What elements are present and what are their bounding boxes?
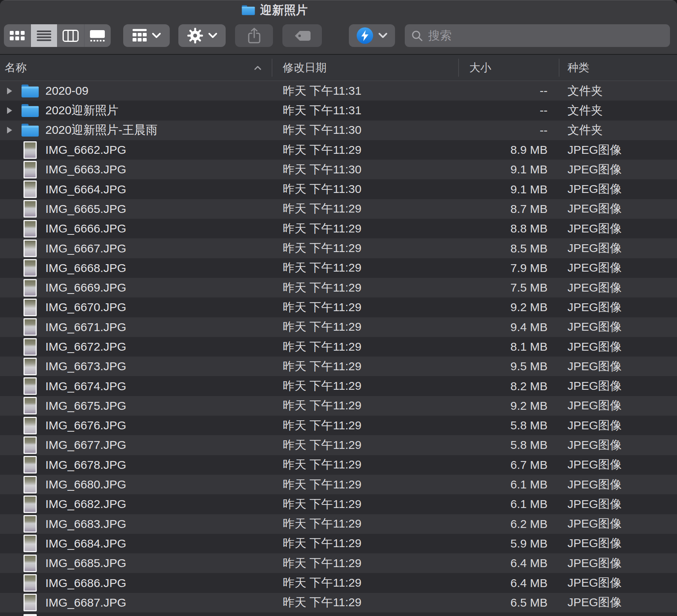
column-header-size[interactable]: 大小 xyxy=(458,55,559,81)
table-row[interactable]: IMG_6676.JPG 昨天 下午11:29 5.8 MB JPEG图像 xyxy=(0,416,677,435)
disclosure-triangle-icon[interactable] xyxy=(0,402,19,409)
table-row[interactable]: 2020-09 昨天 下午11:31 -- 文件夹 xyxy=(0,81,677,101)
disclosure-triangle-icon[interactable] xyxy=(0,146,19,154)
file-icon-slot xyxy=(19,240,41,257)
disclosure-triangle-icon[interactable] xyxy=(0,87,19,95)
gallery-view-button[interactable] xyxy=(84,24,111,47)
table-row[interactable]: IMG_6665.JPG 昨天 下午11:29 8.7 MB JPEG图像 xyxy=(0,199,677,219)
disclosure-triangle-icon[interactable] xyxy=(0,323,19,331)
name-cell: IMG_6686.JPG xyxy=(0,573,272,593)
disclosure-triangle-icon[interactable] xyxy=(0,264,19,272)
icon-view-button[interactable] xyxy=(4,24,31,47)
file-date: 昨天 下午11:29 xyxy=(272,477,458,493)
file-size: 8.7 MB xyxy=(458,202,559,216)
file-kind: JPEG图像 xyxy=(559,339,677,355)
disclosure-triangle-icon[interactable] xyxy=(0,284,19,292)
file-date: 昨天 下午11:29 xyxy=(272,142,458,158)
table-row[interactable]: IMG_6670.JPG 昨天 下午11:29 9.2 MB JPEG图像 xyxy=(0,297,677,317)
file-kind: JPEG图像 xyxy=(559,496,677,512)
table-row[interactable]: IMG_6664.JPG 昨天 下午11:30 9.1 MB JPEG图像 xyxy=(0,179,677,199)
disclosure-triangle-icon[interactable] xyxy=(0,520,19,528)
table-row[interactable]: IMG_6675.JPG 昨天 下午11:29 9.2 MB JPEG图像 xyxy=(0,396,677,416)
disclosure-triangle-icon[interactable] xyxy=(0,304,19,311)
table-row[interactable]: IMG_6668.JPG 昨天 下午11:29 7.9 MB JPEG图像 xyxy=(0,258,677,278)
file-icon-slot xyxy=(19,495,41,513)
file-name: IMG_6677.JPG xyxy=(45,438,126,452)
column-header-size-label: 大小 xyxy=(469,60,491,75)
table-row[interactable]: IMG_6674.JPG 昨天 下午11:29 8.2 MB JPEG图像 xyxy=(0,376,677,396)
table-row[interactable]: IMG_6678.JPG 昨天 下午11:29 6.7 MB JPEG图像 xyxy=(0,455,677,475)
disclosure-triangle-icon[interactable] xyxy=(0,363,19,370)
file-size: 9.4 MB xyxy=(458,321,559,334)
share-icon xyxy=(248,27,261,44)
table-row[interactable]: IMG_6684.JPG 昨天 下午11:29 5.9 MB JPEG图像 xyxy=(0,534,677,553)
table-row[interactable]: IMG_6683.JPG 昨天 下午11:29 6.2 MB JPEG图像 xyxy=(0,514,677,534)
column-header-kind[interactable]: 种类 xyxy=(559,55,677,81)
file-kind: JPEG图像 xyxy=(559,299,677,315)
table-row[interactable]: IMG_6685.JPG 昨天 下午11:29 6.4 MB JPEG图像 xyxy=(0,553,677,573)
table-row[interactable]: IMG_6687.JPG 昨天 下午11:29 6.5 MB JPEG图像 xyxy=(0,593,677,612)
disclosure-triangle-icon[interactable] xyxy=(0,481,19,488)
file-icon-slot xyxy=(19,220,41,238)
share-button[interactable] xyxy=(235,24,273,47)
disclosure-triangle-icon[interactable] xyxy=(0,501,19,508)
disclosure-triangle-icon[interactable] xyxy=(0,126,19,134)
disclosure-triangle-icon[interactable] xyxy=(0,225,19,232)
disclosure-triangle-icon[interactable] xyxy=(0,107,19,114)
file-size: 6.2 MB xyxy=(458,517,559,531)
window-title-group: 迎新照片 xyxy=(241,0,308,20)
table-row[interactable]: IMG_6682.JPG 昨天 下午11:29 6.1 MB JPEG图像 xyxy=(0,494,677,514)
table-row[interactable]: 2020迎新照片-王晨雨 昨天 下午11:30 -- 文件夹 xyxy=(0,121,677,140)
table-row[interactable]: IMG_6669.JPG 昨天 下午11:29 7.5 MB JPEG图像 xyxy=(0,278,677,297)
name-cell: IMG_6684.JPG xyxy=(0,534,272,553)
search-field[interactable] xyxy=(405,24,670,47)
table-row[interactable]: IMG_6686.JPG 昨天 下午11:29 6.4 MB JPEG图像 xyxy=(0,573,677,593)
table-row[interactable]: IMG_6680.JPG 昨天 下午11:29 6.1 MB JPEG图像 xyxy=(0,475,677,494)
table-row[interactable]: IMG_6667.JPG 昨天 下午11:29 8.5 MB JPEG图像 xyxy=(0,238,677,258)
action-menu-button[interactable] xyxy=(178,24,226,47)
photo-thumbnail xyxy=(23,456,37,474)
disclosure-triangle-icon[interactable] xyxy=(0,560,19,567)
disclosure-triangle-icon[interactable] xyxy=(0,599,19,606)
table-row[interactable]: IMG_6663.JPG 昨天 下午11:30 9.1 MB JPEG图像 xyxy=(0,160,677,179)
window-chrome: 迎新照片 xyxy=(0,0,677,55)
file-name: IMG_6678.JPG xyxy=(45,458,126,472)
table-row[interactable]: 2020迎新照片 昨天 下午11:31 -- 文件夹 xyxy=(0,101,677,120)
disclosure-triangle-icon[interactable] xyxy=(0,205,19,213)
file-size: 8.1 MB xyxy=(458,340,559,353)
table-row[interactable]: IMG_6662.JPG 昨天 下午11:29 8.9 MB JPEG图像 xyxy=(0,140,677,160)
disclosure-triangle-icon[interactable] xyxy=(0,422,19,429)
file-list: 2020-09 昨天 下午11:31 -- 文件夹 2020迎新照片 昨天 下午… xyxy=(0,81,677,616)
file-icon-slot xyxy=(19,84,41,98)
disclosure-triangle-icon[interactable] xyxy=(0,382,19,390)
name-cell: IMG_6673.JPG xyxy=(0,357,272,376)
table-row[interactable]: IMG_6672.JPG 昨天 下午11:29 8.1 MB JPEG图像 xyxy=(0,337,677,357)
disclosure-triangle-icon[interactable] xyxy=(0,441,19,449)
tag-button[interactable] xyxy=(282,24,322,47)
table-row[interactable]: IMG_6673.JPG 昨天 下午11:29 9.5 MB JPEG图像 xyxy=(0,357,677,376)
file-date: 昨天 下午11:29 xyxy=(272,358,458,375)
photo-thumbnail xyxy=(23,397,37,414)
column-view-button[interactable] xyxy=(57,24,84,47)
group-by-button[interactable] xyxy=(123,24,170,47)
file-date: 昨天 下午11:29 xyxy=(272,221,458,237)
disclosure-triangle-icon[interactable] xyxy=(0,461,19,468)
table-row[interactable]: IMG_6677.JPG 昨天 下午11:29 5.8 MB JPEG图像 xyxy=(0,435,677,455)
table-row[interactable]: IMG_6666.JPG 昨天 下午11:29 8.8 MB JPEG图像 xyxy=(0,219,677,238)
extension-button[interactable] xyxy=(349,24,395,47)
list-view-button[interactable] xyxy=(31,24,57,47)
disclosure-triangle-icon[interactable] xyxy=(0,579,19,587)
disclosure-triangle-icon[interactable] xyxy=(0,245,19,252)
file-kind: JPEG图像 xyxy=(559,319,677,335)
photo-thumbnail xyxy=(23,180,37,198)
search-input[interactable] xyxy=(427,29,664,43)
table-row[interactable]: IMG_6671.JPG 昨天 下午11:29 9.4 MB JPEG图像 xyxy=(0,317,677,337)
disclosure-triangle-icon[interactable] xyxy=(0,540,19,547)
disclosure-triangle-icon[interactable] xyxy=(0,186,19,193)
file-date: 昨天 下午11:30 xyxy=(272,181,458,197)
disclosure-triangle-icon[interactable] xyxy=(0,343,19,351)
column-header-name[interactable]: 名称 xyxy=(0,55,272,81)
disclosure-triangle-icon[interactable] xyxy=(0,166,19,173)
column-view-icon xyxy=(63,30,79,42)
column-header-date[interactable]: 修改日期 xyxy=(272,55,458,81)
